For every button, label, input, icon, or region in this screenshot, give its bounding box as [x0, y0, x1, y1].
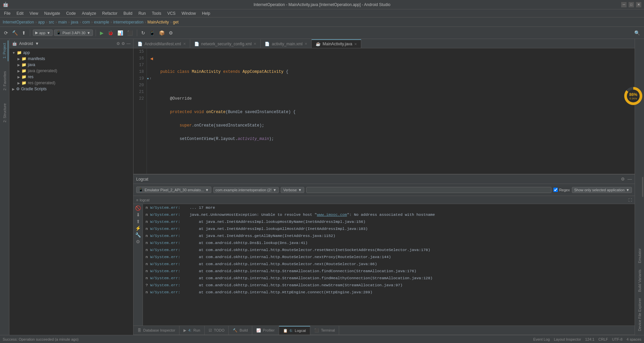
- tab-close-networksecurity[interactable]: ✕: [254, 42, 256, 46]
- breadcrumb-java[interactable]: java: [71, 20, 78, 24]
- menu-run[interactable]: Run: [136, 10, 149, 16]
- android-dropdown[interactable]: ▼: [35, 41, 39, 46]
- run-with-coverage[interactable]: 📊: [116, 30, 124, 36]
- scroll-down-btn[interactable]: ⬇: [136, 212, 140, 217]
- package-label: com.example.internetoperation (2!: [216, 188, 272, 192]
- tab-terminal[interactable]: ⬛ Terminal: [310, 326, 339, 335]
- menu-help[interactable]: Help: [199, 10, 213, 16]
- tab-close-mainactivity[interactable]: ✕: [354, 42, 357, 46]
- emulator-selector[interactable]: 📱 Emulator Pixel_2_API_30 emulato... ▼: [136, 187, 211, 193]
- override-gutter-icon[interactable]: ↑: [150, 77, 152, 81]
- tree-item-res[interactable]: ▶ 📁 res: [15, 74, 133, 80]
- code-editor[interactable]: 15 16 17 18 19 20 21 22 ◀: [133, 48, 635, 174]
- run-config-selector[interactable]: ▶ app ▼: [33, 30, 53, 36]
- tab-profiler[interactable]: 📈 Profiler: [252, 326, 279, 335]
- event-log-btn[interactable]: Event Log: [533, 337, 550, 341]
- logcat-filter-btn[interactable]: 🔧: [135, 232, 141, 238]
- logcat-close-btn[interactable]: —: [628, 177, 632, 182]
- regex-checkbox[interactable]: [553, 188, 558, 192]
- breadcrumb-project[interactable]: InternetOperation: [3, 20, 34, 24]
- debug-button[interactable]: 🐞: [106, 30, 115, 36]
- line-ending-indicator[interactable]: CRLF: [598, 337, 608, 341]
- tab-activitymain[interactable]: 📄 activity_main.xml ✕: [261, 39, 311, 48]
- code-content[interactable]: public class MainActivity extends AppCom…: [156, 48, 635, 174]
- indent-indicator[interactable]: 4 spaces: [627, 337, 641, 341]
- breadcrumb-com[interactable]: com: [82, 20, 90, 24]
- tab-networksecurity[interactable]: 📄 network_security_config.xml ✕: [190, 39, 261, 48]
- menu-navigate[interactable]: Navigate: [42, 10, 63, 16]
- toolbar-up[interactable]: ⬆: [20, 30, 27, 36]
- sdk-button[interactable]: 📦: [158, 30, 166, 36]
- maximize-button[interactable]: □: [629, 2, 634, 7]
- tab-todo[interactable]: ☑ TODO: [205, 326, 229, 335]
- package-selector[interactable]: com.example.internetoperation (2! ▼: [213, 187, 279, 193]
- position-indicator[interactable]: 124:1: [585, 337, 595, 341]
- menu-window[interactable]: Window: [179, 10, 199, 16]
- layout-inspector-btn[interactable]: Layout Inspector: [554, 337, 581, 341]
- menu-view[interactable]: View: [27, 10, 41, 16]
- project-gear-btn[interactable]: ⚙: [121, 41, 125, 46]
- tab-build[interactable]: 🔨 Build: [229, 326, 252, 335]
- structure-panel-tab[interactable]: 2: Structure: [1, 101, 8, 125]
- breadcrumb-get[interactable]: get: [173, 20, 179, 24]
- tree-item-app[interactable]: ▼ 📁 app: [9, 50, 133, 56]
- project-sync-btn[interactable]: ⚙: [116, 41, 120, 46]
- breadcrumb-mainactivity[interactable]: MainActivity: [148, 20, 169, 24]
- close-button[interactable]: ✕: [636, 2, 641, 7]
- tab-androidmanifest[interactable]: 📄 AndroidManifest.xml ✕: [133, 39, 190, 48]
- favorites-panel-tab[interactable]: 2: Favorites: [1, 68, 8, 93]
- logcat-settings-btn[interactable]: ⚙: [621, 177, 625, 182]
- tab-close-activitymain[interactable]: ✕: [305, 42, 307, 46]
- avd-button[interactable]: 📱: [148, 30, 156, 36]
- breadcrumb-app[interactable]: app: [38, 20, 45, 24]
- device-selector[interactable]: 📱 Pixel 3 API 30 ▼: [54, 30, 93, 36]
- tab-run[interactable]: ▶ 4: Run: [179, 326, 204, 335]
- regex-check[interactable]: Regex: [553, 188, 570, 192]
- tree-item-gradle[interactable]: ▶ ⚙ Gradle Scripts: [9, 86, 133, 92]
- menu-file[interactable]: File: [1, 10, 13, 16]
- menu-analyze[interactable]: Analyze: [79, 10, 99, 16]
- tree-item-java-generated[interactable]: ▶ 📁 java (generated): [15, 68, 133, 74]
- settings-button[interactable]: ⚙: [167, 30, 174, 36]
- logcat-settings2-btn[interactable]: ⚙: [136, 239, 140, 244]
- tree-item-manifests[interactable]: ▶ 📁 manifests: [15, 56, 133, 62]
- tab-logcat[interactable]: 📋 6: Logcat: [279, 326, 310, 335]
- minimize-button[interactable]: ─: [621, 2, 627, 7]
- breadcrumb-src[interactable]: src: [49, 20, 54, 24]
- logcat-search-input[interactable]: [306, 187, 551, 193]
- scroll-up-btn[interactable]: ⬆: [136, 219, 140, 224]
- clear-logcat-btn[interactable]: 🚫: [135, 205, 141, 211]
- toolbar-sync[interactable]: ⟳: [3, 30, 9, 36]
- menu-code[interactable]: Code: [63, 10, 78, 16]
- stop-button[interactable]: ⬛: [126, 30, 134, 36]
- search-everywhere[interactable]: 🔍: [633, 30, 641, 36]
- breadcrumb-internetoperation[interactable]: internetoperation: [113, 20, 144, 24]
- level-selector[interactable]: Verbose ▼: [281, 187, 304, 193]
- url-imooc[interactable]: www.imooc.com: [317, 211, 347, 218]
- emulator-panel-tab[interactable]: Emulator: [636, 246, 643, 266]
- breadcrumb-example[interactable]: example: [94, 20, 109, 24]
- breadcrumb-main[interactable]: main: [58, 20, 67, 24]
- project-panel-tab[interactable]: 1: Project: [1, 40, 8, 61]
- show-selected-dropdown[interactable]: Show only selected application ▼: [572, 187, 632, 193]
- menu-vcs[interactable]: VCS: [165, 10, 178, 16]
- toolbar-hammer[interactable]: 🔨: [11, 30, 19, 36]
- build-variants-tab[interactable]: Build Variants: [636, 267, 643, 295]
- tab-database-inspector[interactable]: 🗄 Database Inspector: [133, 326, 179, 335]
- logcat-expand-icon[interactable]: ⛶: [628, 198, 632, 202]
- run-button[interactable]: ▶: [99, 30, 105, 36]
- menu-refactor[interactable]: Refactor: [100, 10, 120, 16]
- menu-tools[interactable]: Tools: [149, 10, 164, 16]
- tree-item-res-generated[interactable]: ▶ 📁 res (generated): [15, 80, 133, 86]
- project-close-btn[interactable]: —: [126, 41, 130, 46]
- menu-edit[interactable]: Edit: [14, 10, 26, 16]
- menu-build[interactable]: Build: [121, 10, 135, 16]
- tab-mainactivity[interactable]: ☕ MainActivity.java ✕: [312, 39, 361, 48]
- device-explorer-tab[interactable]: Device File Explorer: [636, 295, 643, 334]
- tab-close-androidmanifest[interactable]: ✕: [183, 42, 186, 46]
- tree-item-java[interactable]: ▶ 📁 java: [15, 62, 133, 68]
- sync-button[interactable]: ↻: [140, 30, 147, 36]
- encoding-indicator[interactable]: UTF-8: [612, 337, 623, 341]
- logcat-toggle-btn[interactable]: ⚡: [135, 226, 141, 231]
- run-gutter-icon[interactable]: ●: [147, 77, 149, 81]
